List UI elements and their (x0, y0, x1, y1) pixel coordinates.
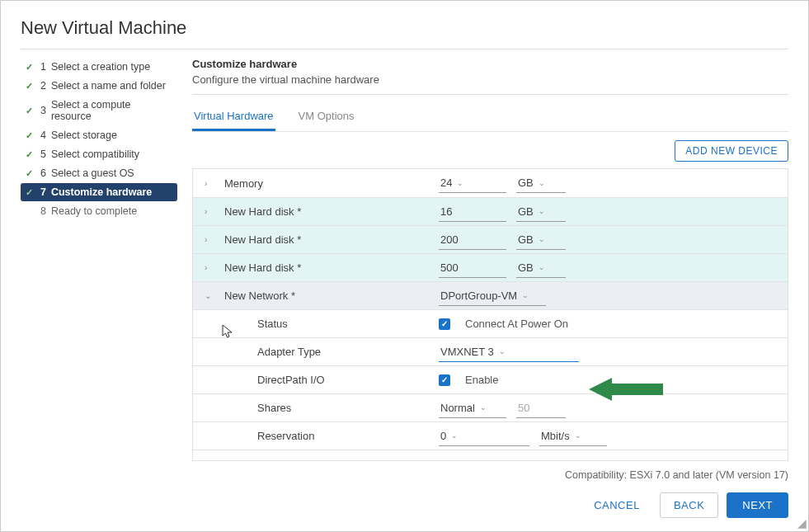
directpath-text: Enable (465, 374, 498, 386)
checkmark-icon: ✓ (26, 187, 35, 198)
chevron-down-icon: ⌄ (522, 291, 529, 299)
dialog-title: New Virtual Machine (21, 17, 788, 49)
wizard-step-4[interactable]: ✓ 4 Select storage (21, 126, 177, 144)
chevron-down-icon: ⌄ (539, 207, 545, 215)
chevron-down-icon: ⌄ (539, 235, 545, 243)
cancel-button[interactable]: CANCEL (582, 492, 651, 518)
label-limit: Limit (224, 458, 430, 461)
chevron-down-icon: ⌄ (539, 179, 545, 187)
reservation-value-select[interactable]: 0⌄ (439, 426, 529, 446)
main-panel: Customize hardware Configure the virtual… (192, 58, 788, 481)
label-hard-disk: New Hard disk * (224, 205, 430, 218)
hd1-unit-select[interactable]: GB⌄ (516, 202, 566, 222)
wizard-step-1[interactable]: ✓ 1 Select a creation type (21, 58, 177, 76)
hardware-grid: › Memory 24⌄ GB⌄ › New Hard disk * GB⌄ (192, 168, 788, 461)
caret-right-icon[interactable]: › (205, 179, 216, 188)
wizard-step-3[interactable]: ✓ 3 Select a compute resource (21, 96, 177, 125)
shares-level-select[interactable]: Normal⌄ (439, 398, 506, 418)
tab-virtual-hardware[interactable]: Virtual Hardware (192, 103, 275, 131)
checkmark-icon: ✓ (26, 81, 35, 92)
checkmark-icon: ✓ (26, 106, 35, 116)
hd2-size-input[interactable] (439, 230, 506, 250)
resize-handle-icon[interactable]: ◢ (797, 516, 807, 530)
row-memory: › Memory 24⌄ GB⌄ (193, 169, 788, 197)
label-directpath-io: DirectPath I/O (224, 374, 430, 386)
caret-right-icon[interactable]: › (205, 263, 216, 272)
row-status: Status ✓ Connect At Power On (193, 309, 788, 337)
limit-unit-select[interactable]: Mbit/s⌄ (581, 454, 648, 462)
chevron-down-icon: ⌄ (457, 179, 463, 187)
row-limit: Limit Unlimited⌄ Mbit/s⌄ (193, 450, 788, 461)
status-checkbox[interactable]: ✓ (439, 318, 450, 330)
chevron-down-icon: ⌄ (616, 459, 623, 461)
wizard-step-5[interactable]: ✓ 5 Select compatibility (21, 145, 177, 163)
checkmark-icon: ✓ (26, 62, 35, 73)
panel-subheading: Configure the virtual machine hardware (192, 73, 788, 95)
chevron-down-icon: ⌄ (451, 431, 458, 440)
checkmark-icon: ✓ (26, 149, 35, 160)
row-directpath-io: DirectPath I/O ✓ Enable (193, 365, 788, 393)
compatibility-text: Compatibility: ESXi 7.0 and later (VM ve… (192, 469, 788, 481)
wizard-step-2[interactable]: ✓ 2 Select a name and folder (21, 77, 177, 95)
row-reservation: Reservation 0⌄ Mbit/s⌄ (193, 421, 788, 450)
status-text: Connect At Power On (465, 318, 568, 330)
label-memory: Memory (224, 177, 430, 190)
caret-down-icon[interactable]: ⌄ (205, 291, 216, 300)
chevron-down-icon: ⌄ (490, 459, 496, 461)
dialog-body: ✓ 1 Select a creation type ✓ 2 Select a … (21, 58, 788, 481)
adapter-type-select[interactable]: VMXNET 3⌄ (439, 342, 579, 362)
tab-bar: Virtual Hardware VM Options (192, 103, 788, 132)
label-shares: Shares (224, 402, 430, 414)
wizard-step-7[interactable]: ✓ 7 Customize hardware (21, 183, 177, 201)
chevron-down-icon: ⌄ (539, 263, 545, 271)
next-button[interactable]: NEXT (727, 492, 788, 518)
chevron-down-icon: ⌄ (575, 431, 581, 440)
label-hard-disk: New Hard disk * (224, 261, 430, 274)
limit-value-select[interactable]: Unlimited⌄ (439, 454, 571, 462)
chevron-down-icon: ⌄ (499, 347, 506, 355)
hd3-unit-select[interactable]: GB⌄ (516, 258, 566, 278)
directpath-checkbox[interactable]: ✓ (439, 374, 450, 386)
row-adapter-type: Adapter Type VMXNET 3⌄ (193, 337, 788, 365)
tab-vm-options[interactable]: VM Options (297, 103, 356, 131)
row-new-network: ⌄ New Network * DPortGroup-VM⌄ (193, 281, 788, 309)
back-button[interactable]: BACK (660, 492, 718, 518)
dialog-footer: CANCEL BACK NEXT (21, 492, 788, 518)
label-new-network: New Network * (224, 290, 430, 302)
caret-right-icon[interactable]: › (205, 207, 216, 216)
add-new-device-button[interactable]: ADD NEW DEVICE (675, 140, 788, 162)
row-hard-disk-3: › New Hard disk * GB⌄ (193, 253, 788, 281)
label-status: Status (224, 318, 430, 330)
shares-value-input[interactable] (516, 398, 566, 418)
caret-right-icon[interactable]: › (205, 235, 216, 244)
wizard-sidebar: ✓ 1 Select a creation type ✓ 2 Select a … (21, 58, 177, 481)
network-portgroup-select[interactable]: DPortGroup-VM⌄ (439, 286, 546, 306)
label-hard-disk: New Hard disk * (224, 233, 430, 246)
reservation-unit-select[interactable]: Mbit/s⌄ (539, 426, 607, 446)
memory-unit-select[interactable]: GB⌄ (516, 173, 566, 193)
chevron-down-icon: ⌄ (480, 403, 487, 412)
hd3-size-input[interactable] (439, 258, 506, 278)
row-shares: Shares Normal⌄ (193, 393, 788, 421)
row-hard-disk-2: › New Hard disk * GB⌄ (193, 225, 788, 253)
wizard-step-6[interactable]: ✓ 6 Select a guest OS (21, 164, 177, 182)
dialog: New Virtual Machine ✓ 1 Select a creatio… (1, 1, 808, 531)
label-reservation: Reservation (224, 430, 430, 442)
row-hard-disk-1: › New Hard disk * GB⌄ (193, 197, 788, 225)
wizard-step-8[interactable]: ✓ 8 Ready to complete (21, 202, 177, 220)
hd2-unit-select[interactable]: GB⌄ (516, 230, 566, 250)
label-adapter-type: Adapter Type (224, 346, 430, 358)
memory-value-select[interactable]: 24⌄ (439, 173, 506, 193)
panel-heading: Customize hardware (192, 58, 788, 70)
checkmark-icon: ✓ (26, 168, 35, 179)
hd1-size-input[interactable] (439, 202, 506, 222)
checkmark-icon: ✓ (26, 130, 35, 141)
